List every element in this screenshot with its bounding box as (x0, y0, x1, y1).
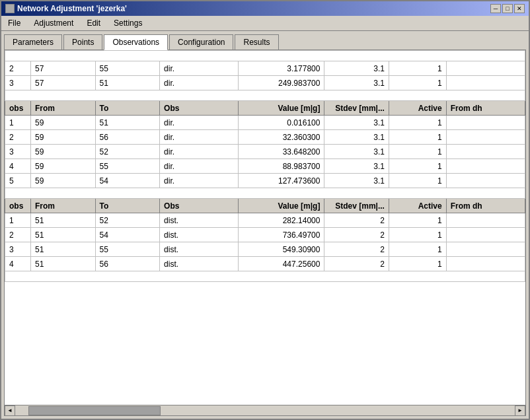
table-row[interactable]: 5 59 54 dir. 127.473600 3.1 1 (5, 174, 525, 188)
table-row[interactable]: 2 51 54 dist. 736.49700 2 1 (5, 228, 525, 242)
scroll-track[interactable] (15, 405, 515, 415)
cell-active: 1 (389, 242, 446, 257)
cell-stdev: 3.1 (324, 145, 389, 159)
cell-from: 57 (31, 61, 96, 76)
cell-from: 57 (31, 76, 96, 90)
cell-to: 52 (95, 213, 160, 228)
table-row[interactable]: 3 51 55 dist. 549.30900 2 1 (5, 242, 525, 257)
table-row[interactable]: 4 59 55 dir. 88.983700 3.1 1 (5, 159, 525, 174)
cell-type: dist. (160, 228, 239, 242)
menu-bar: File Adjustment Edit Settings (1, 16, 529, 31)
empty-row (5, 271, 525, 282)
table-row[interactable]: 3 57 51 dir. 249.983700 3.1 1 (5, 76, 525, 90)
cell-to: 52 (95, 145, 160, 159)
tab-parameters[interactable]: Parameters (4, 34, 62, 50)
cell-stdev: 2 (324, 213, 389, 228)
cell-stdev: 3.1 (324, 61, 389, 76)
cell-type: dir. (160, 116, 239, 130)
cell-from: 51 (31, 228, 96, 242)
menu-edit[interactable]: Edit (83, 17, 104, 29)
header-obs: obs (5, 199, 31, 213)
header-fromdh: From dh (446, 101, 525, 116)
table-row[interactable]: 1 51 52 dist. 282.14000 2 1 (5, 213, 525, 228)
table-row[interactable]: 4 51 56 dist. 447.25600 2 1 (5, 257, 525, 271)
header-active: Active (389, 199, 446, 213)
cell-stdev: 3.1 (324, 159, 389, 174)
cell-type: dist. (160, 257, 239, 271)
table-row[interactable]: 3 59 52 dir. 33.648200 3.1 1 (5, 145, 525, 159)
cell-obs: 2 (5, 228, 31, 242)
tab-points[interactable]: Points (63, 34, 102, 50)
menu-settings[interactable]: Settings (110, 17, 146, 29)
tab-configuration[interactable]: Configuration (169, 34, 233, 50)
menu-adjustment[interactable]: Adjustment (30, 17, 77, 29)
cell-type: dir. (160, 174, 239, 188)
table-row[interactable]: 2 59 56 dir. 32.360300 3.1 1 (5, 130, 525, 145)
cell-fromdh (446, 130, 525, 145)
horizontal-scrollbar[interactable]: ◄ ► (5, 405, 525, 415)
cell-to: 55 (95, 242, 160, 257)
cell-value: 33.648200 (239, 145, 324, 159)
cell-fromdh (446, 159, 525, 174)
table2-header-row: obs From To Obs Value [m|g] Stdev [mm|..… (5, 101, 525, 116)
cell-value: 282.14000 (239, 213, 324, 228)
title-bar: Network Adjustment 'jezerka' ─ □ ✕ (1, 1, 529, 16)
cell-from: 59 (31, 130, 96, 145)
header-from: From (31, 199, 96, 213)
scroll-right-button[interactable]: ► (515, 405, 525, 416)
observations-table: 2 57 55 dir. 3.177800 3.1 1 3 57 51 dir. (5, 50, 525, 282)
cell-fromdh (446, 228, 525, 242)
main-window: Network Adjustment 'jezerka' ─ □ ✕ File … (0, 0, 530, 420)
cell-from: 59 (31, 174, 96, 188)
empty-row (5, 51, 525, 61)
cell-to: 54 (95, 228, 160, 242)
cell-to: 56 (95, 257, 160, 271)
cell-obs: 1 (5, 116, 31, 130)
scroll-container[interactable]: 2 57 55 dir. 3.177800 3.1 1 3 57 51 dir. (5, 50, 525, 405)
tab-observations[interactable]: Observations (104, 34, 168, 50)
cell-fromdh (446, 76, 525, 90)
title-bar-left: Network Adjustment 'jezerka' (5, 4, 127, 13)
cell-value: 736.49700 (239, 228, 324, 242)
table-row[interactable]: 1 59 51 dir. 0.016100 3.1 1 (5, 116, 525, 130)
menu-file[interactable]: File (4, 17, 24, 29)
minimize-button[interactable]: ─ (490, 4, 501, 13)
cell-active: 1 (389, 174, 446, 188)
cell-stdev: 3.1 (324, 174, 389, 188)
cell-to: 51 (95, 116, 160, 130)
cell-from: 59 (31, 116, 96, 130)
menu-edit-label: Edit (87, 18, 100, 28)
cell-value: 0.016100 (239, 116, 324, 130)
tab-results[interactable]: Results (235, 34, 278, 50)
cell-obs: 2 (5, 61, 31, 76)
cell-obs: 5 (5, 174, 31, 188)
cell-to: 55 (95, 61, 160, 76)
table-row[interactable]: 2 57 55 dir. 3.177800 3.1 1 (5, 61, 525, 76)
cell-value: 88.983700 (239, 159, 324, 174)
header-to: To (95, 101, 160, 116)
cell-value: 549.30900 (239, 242, 324, 257)
cell-value: 447.25600 (239, 257, 324, 271)
cell-active: 1 (389, 116, 446, 130)
menu-settings-label: Settings (114, 18, 142, 28)
close-button[interactable]: ✕ (514, 4, 525, 13)
scroll-thumb[interactable] (28, 406, 161, 415)
cell-fromdh (446, 61, 525, 76)
cell-fromdh (446, 257, 525, 271)
cell-from: 51 (31, 213, 96, 228)
cell-obs: 4 (5, 257, 31, 271)
menu-adjustment-label: Adjustment (34, 18, 73, 28)
cell-active: 1 (389, 130, 446, 145)
tabs-bar: Parameters Points Observations Configura… (1, 31, 529, 50)
cell-active: 1 (389, 145, 446, 159)
scroll-left-button[interactable]: ◄ (5, 405, 15, 416)
header-to: To (95, 199, 160, 213)
app-icon (5, 4, 15, 13)
header-active: Active (389, 101, 446, 116)
cell-active: 1 (389, 257, 446, 271)
empty-row (5, 90, 525, 101)
maximize-button[interactable]: □ (502, 4, 513, 13)
cell-value: 3.177800 (239, 61, 324, 76)
cell-obs: 3 (5, 76, 31, 90)
table3-header-row: obs From To Obs Value [m|g] Stdev [mm|..… (5, 199, 525, 213)
